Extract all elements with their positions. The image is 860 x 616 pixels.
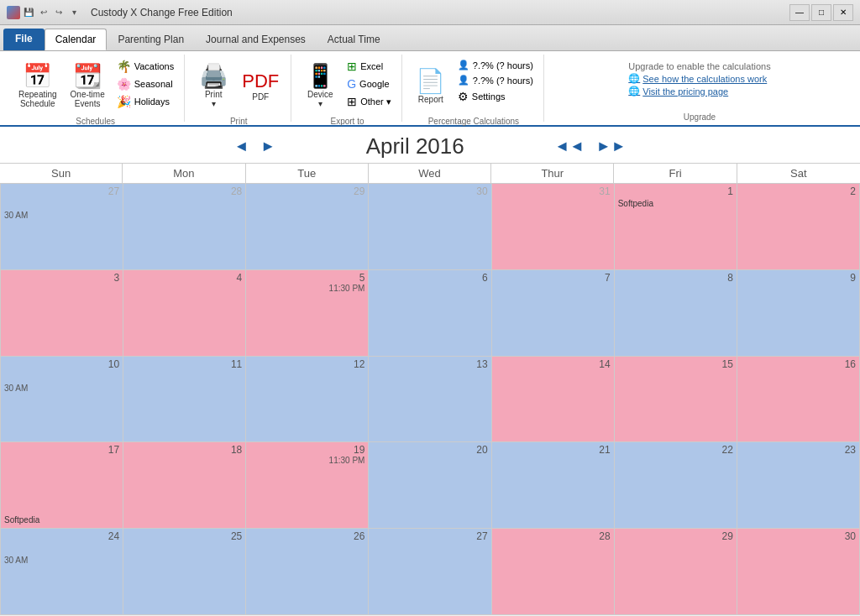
report-label: Report xyxy=(418,95,443,104)
calendar-title: April 2016 xyxy=(297,133,532,159)
vacations-icon: 🌴 xyxy=(117,60,131,73)
ribbon-tabs: File Calendar Parenting Plan Journal and… xyxy=(0,25,860,51)
prev-month-button[interactable]: ◄ xyxy=(229,136,254,157)
cal-cell-30-week4[interactable]: 30 xyxy=(737,529,860,615)
export-content: 📱 Device▾ ⊞ Excel G Google ⊞ Other ▾ xyxy=(300,55,395,115)
holidays-icon: 🎉 xyxy=(117,95,131,108)
close-button[interactable]: ✕ xyxy=(833,4,853,21)
cal-cell-24-week4[interactable]: 2430 AM xyxy=(1,529,123,615)
cal-cell-5-week1[interactable]: 511:30 PM xyxy=(246,270,369,357)
cal-cell-10-week2[interactable]: 1030 AM xyxy=(1,357,123,443)
day-number: 29 xyxy=(618,530,733,542)
day-number: 6 xyxy=(372,272,487,284)
next-year-button[interactable]: ►► xyxy=(591,136,632,157)
repeating-schedule-button[interactable]: 📅 RepeatingSchedule xyxy=(13,58,62,115)
calendar-header: ◄ ► April 2016 ◄◄ ►► xyxy=(0,127,860,163)
cal-cell-11-week2[interactable]: 11 xyxy=(123,357,246,443)
settings-label: Settings xyxy=(472,91,506,102)
cal-cell-26-week4[interactable]: 26 xyxy=(246,529,369,615)
pricing-link[interactable]: 🌐 Visit the pricing page xyxy=(628,86,770,97)
cal-cell-29-week0[interactable]: 29 xyxy=(246,184,369,270)
settings-button[interactable]: ⚙ Settings xyxy=(454,88,537,105)
ribbon-group-print: 🖨️ Print▾ PDF PDF Print xyxy=(186,55,291,122)
calc-link[interactable]: 🌐 See how the calculations work xyxy=(628,73,770,84)
cal-cell-13-week2[interactable]: 13 xyxy=(369,357,491,443)
cal-cell-29-week4[interactable]: 29 xyxy=(615,529,737,615)
cal-cell-17-week3[interactable]: 17Softpedia xyxy=(1,442,123,529)
cal-cell-14-week2[interactable]: 14 xyxy=(492,357,615,443)
cal-cell-1-week0[interactable]: 1Softpedia xyxy=(615,184,737,270)
prev-year-button[interactable]: ◄◄ xyxy=(549,136,590,157)
cal-cell-21-week3[interactable]: 21 xyxy=(492,442,615,529)
cal-cell-31-week0[interactable]: 31 xyxy=(492,184,615,270)
report-content: 📄 Report 👤 ?.?% (? hours) 👤 ?.?% (? hour… xyxy=(411,55,537,115)
title-bar: 💾 ↩ ↪ ▾ Custody X Change Free Edition — … xyxy=(0,0,860,25)
holidays-label: Holidays xyxy=(134,97,170,107)
ribbon-group-upgrade: Upgrade to enable the calculations 🌐 See… xyxy=(546,55,853,122)
qa-dropdown[interactable]: ▾ xyxy=(67,6,81,19)
day-number: 5 xyxy=(249,272,364,284)
other-button[interactable]: ⊞ Other ▾ xyxy=(343,93,395,110)
cal-cell-3-week1[interactable]: 3 xyxy=(1,270,123,357)
percentage-options: 👤 ?.?% (? hours) 👤 ?.?% (? hours) ⚙ Sett… xyxy=(454,58,537,105)
extra-schedules: 🌴 Vacations 🌸 Seasonal 🎉 Holidays xyxy=(113,58,178,110)
next-month-button[interactable]: ► xyxy=(255,136,281,157)
redo-icon[interactable]: ↪ xyxy=(52,6,66,19)
day-number: 9 xyxy=(741,272,856,284)
cal-cell-16-week2[interactable]: 16 xyxy=(737,357,860,443)
cal-cell-20-week3[interactable]: 20 xyxy=(369,442,491,529)
cal-cell-9-week1[interactable]: 9 xyxy=(737,270,860,357)
undo-icon[interactable]: ↩ xyxy=(37,6,50,19)
cal-cell-22-week3[interactable]: 22 xyxy=(615,442,737,529)
day-number: 29 xyxy=(249,185,364,197)
cal-cell-30-week0[interactable]: 30 xyxy=(369,184,491,270)
cal-cell-2-week0[interactable]: 2 xyxy=(737,184,860,270)
pdf-button[interactable]: PDF PDF xyxy=(237,58,284,115)
cal-cell-8-week1[interactable]: 8 xyxy=(615,270,737,357)
cal-cell-15-week2[interactable]: 15 xyxy=(615,357,737,443)
calendar-area: ◄ ► April 2016 ◄◄ ►► Sun Mon Tue Wed Thu… xyxy=(0,127,860,615)
cal-cell-27-week0[interactable]: 2730 AM xyxy=(1,184,123,270)
save-icon[interactable]: 💾 xyxy=(22,6,35,19)
print-group-label: Print xyxy=(230,115,248,126)
cal-cell-6-week1[interactable]: 6 xyxy=(369,270,491,357)
one-time-events-button[interactable]: 📆 One-timeEvents xyxy=(66,58,110,115)
cal-cell-4-week1[interactable]: 4 xyxy=(123,270,246,357)
cal-cell-12-week2[interactable]: 12 xyxy=(246,357,369,443)
ribbon-group-schedules: 📅 RepeatingSchedule 📆 One-timeEvents 🌴 V… xyxy=(7,55,185,122)
settings-icon: ⚙ xyxy=(458,90,469,103)
device-button[interactable]: 📱 Device▾ xyxy=(300,58,340,115)
print-button[interactable]: 🖨️ Print▾ xyxy=(193,58,233,115)
cal-cell-25-week4[interactable]: 25 xyxy=(123,529,246,615)
upgrade-group-label: Upgrade xyxy=(684,111,716,122)
tab-calendar[interactable]: Calendar xyxy=(45,29,108,50)
seasonal-button[interactable]: 🌸 Seasonal xyxy=(113,76,178,92)
cal-cell-28-week4[interactable]: 28 xyxy=(492,529,615,615)
tab-journal[interactable]: Journal and Expenses xyxy=(195,29,317,50)
print-label: Print▾ xyxy=(205,90,223,108)
cal-cell-27-week4[interactable]: 27 xyxy=(369,529,491,615)
percent2-row: 👤 ?.?% (? hours) xyxy=(454,73,537,87)
report-group-label: Percentage Calculations xyxy=(428,115,519,126)
google-button[interactable]: G Google xyxy=(343,76,395,92)
tab-file[interactable]: File xyxy=(3,29,45,50)
cal-cell-7-week1[interactable]: 7 xyxy=(492,270,615,357)
maximize-button[interactable]: □ xyxy=(811,4,831,21)
calc-link-label: See how the calculations work xyxy=(642,74,767,84)
day-number: 15 xyxy=(618,358,733,370)
minimize-button[interactable]: — xyxy=(789,4,810,21)
day-number: 30 xyxy=(741,530,856,542)
cal-cell-19-week3[interactable]: 1911:30 PM xyxy=(246,442,369,529)
tab-parenting-plan[interactable]: Parenting Plan xyxy=(107,29,195,50)
one-time-events-icon: 📆 xyxy=(73,65,102,88)
cal-cell-23-week3[interactable]: 23 xyxy=(737,442,860,529)
vacations-button[interactable]: 🌴 Vacations xyxy=(113,58,178,75)
report-button[interactable]: 📄 Report xyxy=(411,58,451,115)
cal-cell-18-week3[interactable]: 18 xyxy=(123,442,246,529)
tab-actual-time[interactable]: Actual Time xyxy=(317,29,391,50)
schedules-group-label: Schedules xyxy=(76,115,115,126)
holidays-button[interactable]: 🎉 Holidays xyxy=(113,93,178,110)
day-number: 16 xyxy=(741,358,856,370)
cal-cell-28-week0[interactable]: 28 xyxy=(123,184,246,270)
excel-button[interactable]: ⊞ Excel xyxy=(343,58,395,75)
